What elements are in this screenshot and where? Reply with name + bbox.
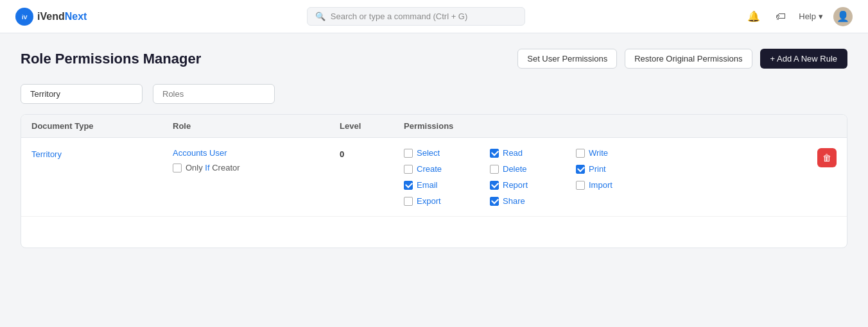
col-level: Level bbox=[340, 121, 404, 131]
help-label: Help bbox=[799, 12, 816, 21]
import-checkbox[interactable] bbox=[576, 181, 585, 190]
only-if-creator-label: Only If Creator bbox=[186, 163, 240, 172]
email-checkbox[interactable] bbox=[404, 181, 413, 190]
restore-permissions-button[interactable]: Restore Original Permissions bbox=[625, 49, 752, 69]
table-header: Document Type Role Level Permissions bbox=[21, 115, 847, 138]
header-actions: Set User Permissions Restore Original Pe… bbox=[517, 49, 847, 69]
print-checkbox[interactable] bbox=[576, 165, 585, 174]
share-checkbox[interactable] bbox=[490, 197, 499, 206]
perm-email: Email bbox=[404, 180, 474, 190]
perm-print: Print bbox=[576, 164, 647, 174]
role-link[interactable]: Accounts User bbox=[173, 148, 340, 158]
perm-row-2: Create Delete Print bbox=[404, 164, 647, 174]
level-value: 0 bbox=[340, 148, 404, 159]
table-footer bbox=[21, 217, 847, 247]
perm-write: Write bbox=[576, 148, 647, 158]
page-content: Role Permissions Manager Set User Permis… bbox=[0, 33, 868, 264]
tag-icon: 🏷 bbox=[776, 11, 786, 22]
select-checkbox[interactable] bbox=[404, 149, 413, 158]
document-type-filter[interactable] bbox=[21, 84, 143, 104]
role-cell: Accounts User Only If Creator bbox=[173, 148, 340, 172]
page-header: Role Permissions Manager Set User Permis… bbox=[21, 49, 847, 69]
perm-export: Export bbox=[404, 196, 474, 206]
perm-row-1: Select Read Write bbox=[404, 148, 647, 158]
search-placeholder: Search or type a command (Ctrl + G) bbox=[331, 12, 468, 21]
col-document-type: Document Type bbox=[31, 121, 173, 131]
read-checkbox[interactable] bbox=[490, 149, 499, 158]
svg-text:iV: iV bbox=[22, 14, 28, 21]
set-user-permissions-button[interactable]: Set User Permissions bbox=[517, 49, 617, 69]
perm-share: Share bbox=[490, 196, 560, 206]
perm-select: Select bbox=[404, 148, 474, 158]
page-title: Role Permissions Manager bbox=[21, 51, 201, 67]
help-button[interactable]: Help ▾ bbox=[799, 12, 823, 21]
perm-row-3: Email Report Import bbox=[404, 180, 647, 190]
roles-filter[interactable] bbox=[153, 84, 275, 104]
navbar: iV iVendNext 🔍 Search or type a command … bbox=[0, 0, 868, 33]
perm-delete: Delete bbox=[490, 164, 560, 174]
only-if-creator-row: Only If Creator bbox=[173, 163, 340, 172]
perm-read: Read bbox=[490, 148, 560, 158]
notification-button[interactable]: 🔔 bbox=[745, 8, 763, 25]
search-icon: 🔍 bbox=[315, 12, 326, 21]
notification-icon: 🔔 bbox=[747, 11, 760, 22]
navbar-search-area: 🔍 Search or type a command (Ctrl + G) bbox=[97, 7, 734, 26]
table-row: Territory Accounts User Only If Creator … bbox=[21, 138, 847, 217]
tag-button[interactable]: 🏷 bbox=[773, 8, 788, 25]
permissions-wrapper: Select Read Write bbox=[404, 148, 837, 206]
trash-icon: 🗑 bbox=[822, 153, 831, 163]
chevron-down-icon: ▾ bbox=[819, 12, 823, 21]
permissions-cell: Select Read Write bbox=[404, 148, 647, 206]
perm-create: Create bbox=[404, 164, 474, 174]
write-checkbox[interactable] bbox=[576, 149, 585, 158]
col-role: Role bbox=[173, 121, 340, 131]
create-checkbox[interactable] bbox=[404, 165, 413, 174]
document-type-value: Territory bbox=[31, 148, 173, 159]
navbar-actions: 🔔 🏷 Help ▾ 👤 bbox=[745, 7, 853, 26]
delete-checkbox[interactable] bbox=[490, 165, 499, 174]
report-checkbox[interactable] bbox=[490, 181, 499, 190]
brand-logo[interactable]: iV iVendNext bbox=[15, 8, 87, 26]
search-box[interactable]: 🔍 Search or type a command (Ctrl + G) bbox=[307, 7, 525, 26]
avatar[interactable]: 👤 bbox=[833, 7, 853, 26]
filter-row bbox=[21, 84, 847, 104]
perm-report: Report bbox=[490, 180, 560, 190]
export-checkbox[interactable] bbox=[404, 197, 413, 206]
only-if-creator-checkbox[interactable] bbox=[173, 164, 182, 172]
add-rule-button[interactable]: + Add A New Rule bbox=[760, 49, 847, 69]
col-permissions: Permissions bbox=[404, 121, 837, 131]
perm-row-4: Export Share bbox=[404, 196, 647, 206]
permissions-table: Document Type Role Level Permissions Ter… bbox=[21, 114, 847, 248]
brand-name: iVendNext bbox=[37, 11, 87, 22]
brand-icon: iV bbox=[15, 8, 33, 26]
perm-import: Import bbox=[576, 180, 647, 190]
avatar-icon: 👤 bbox=[837, 10, 849, 22]
delete-row-button[interactable]: 🗑 bbox=[817, 148, 837, 167]
